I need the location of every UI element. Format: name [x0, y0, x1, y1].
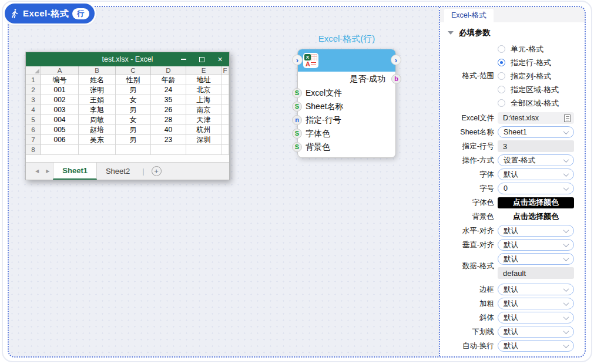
- cell[interactable]: [41, 145, 79, 155]
- flow-canvas[interactable]: test.xlsx - Excel × A B C D E F 1 编号 姓名: [9, 7, 439, 356]
- column-header[interactable]: A: [41, 66, 79, 75]
- port-string[interactable]: S: [292, 88, 302, 98]
- row-header[interactable]: 3: [26, 95, 41, 105]
- radio-range-format[interactable]: [498, 86, 505, 93]
- cell[interactable]: 男: [116, 135, 151, 145]
- radio-row-format[interactable]: [498, 59, 505, 66]
- row-header[interactable]: 2: [26, 85, 41, 95]
- column-header[interactable]: B: [79, 66, 116, 75]
- cell[interactable]: 26: [151, 105, 186, 115]
- italic-select[interactable]: 默认: [498, 312, 574, 323]
- cell[interactable]: 北京: [186, 85, 222, 95]
- cell[interactable]: [222, 95, 229, 105]
- operation-select[interactable]: 设置-格式: [498, 154, 574, 166]
- sheet-tab-sheet2[interactable]: Sheet2: [97, 163, 139, 180]
- cell[interactable]: 28: [151, 115, 186, 125]
- node-in-connector-icon[interactable]: ›: [292, 55, 303, 65]
- cell[interactable]: 24: [151, 85, 186, 95]
- column-header[interactable]: F: [222, 66, 229, 75]
- cell[interactable]: [151, 145, 186, 155]
- cell[interactable]: [222, 75, 229, 85]
- wrap-select[interactable]: 默认: [498, 340, 574, 352]
- data-format-input[interactable]: default: [498, 267, 574, 279]
- radio-all-format[interactable]: [498, 99, 505, 107]
- cell[interactable]: [222, 135, 229, 145]
- panel-tab-excel-format[interactable]: Excel-格式: [444, 9, 494, 22]
- row-header[interactable]: 7: [26, 135, 41, 145]
- cell[interactable]: 编号: [41, 75, 79, 85]
- cell[interactable]: [222, 115, 229, 125]
- cell[interactable]: 男: [116, 125, 151, 135]
- row-number-input[interactable]: 3: [498, 140, 574, 152]
- cell[interactable]: [222, 105, 229, 115]
- add-sheet-icon[interactable]: +: [152, 166, 162, 176]
- cell[interactable]: 001: [41, 85, 79, 95]
- cell[interactable]: 40: [151, 125, 186, 135]
- h-align-select[interactable]: 默认: [498, 225, 574, 237]
- underline-select[interactable]: 默认: [498, 326, 574, 338]
- font-size-select[interactable]: 0: [498, 183, 574, 194]
- spreadsheet-grid[interactable]: A B C D E F 1 编号 姓名 性别 年龄 地址 2 001 张明: [26, 66, 229, 155]
- cell[interactable]: 男: [116, 85, 151, 95]
- cell[interactable]: 王娟: [79, 95, 116, 105]
- row-header[interactable]: 1: [26, 75, 41, 85]
- cell[interactable]: 男: [116, 105, 151, 115]
- column-header[interactable]: D: [151, 66, 186, 75]
- cell[interactable]: 杭州: [186, 125, 222, 135]
- sheet-tab-sheet1[interactable]: Sheet1: [53, 163, 97, 180]
- section-required-params[interactable]: 必填参数: [448, 28, 585, 38]
- border-select[interactable]: 默认: [498, 284, 574, 295]
- prev-sheet-icon[interactable]: ◀: [32, 163, 42, 180]
- cell[interactable]: 女: [116, 115, 151, 125]
- select-all-corner[interactable]: [26, 66, 41, 75]
- cell[interactable]: 周敏: [79, 115, 116, 125]
- cell[interactable]: 赵培: [79, 125, 116, 135]
- cell[interactable]: 姓名: [79, 75, 116, 85]
- cell[interactable]: [79, 145, 116, 155]
- cell[interactable]: 李旭: [79, 105, 116, 115]
- excel-file-field[interactable]: D:\test.xlsx: [498, 112, 574, 124]
- node-out-connector-icon[interactable]: ›: [391, 55, 401, 65]
- cell[interactable]: 年龄: [151, 75, 186, 85]
- row-header[interactable]: 4: [26, 105, 41, 115]
- port-string[interactable]: S: [292, 129, 302, 139]
- cell[interactable]: [116, 145, 151, 155]
- cell[interactable]: 上海: [186, 95, 222, 105]
- data-format-select[interactable]: 默认: [498, 253, 574, 265]
- excel-format-node[interactable]: X A › › 是否-成功 b S Excel文件: [297, 49, 396, 158]
- minimize-icon[interactable]: [174, 52, 193, 66]
- cell[interactable]: [186, 145, 222, 155]
- bold-select[interactable]: 默认: [498, 298, 574, 309]
- cell[interactable]: 女: [116, 95, 151, 105]
- cell[interactable]: 深圳: [186, 135, 222, 145]
- cell[interactable]: 002: [41, 95, 79, 105]
- radio-cell-format[interactable]: [498, 45, 505, 53]
- row-header[interactable]: 6: [26, 125, 41, 135]
- cell[interactable]: 性别: [116, 75, 151, 85]
- cell[interactable]: 南京: [186, 105, 222, 115]
- cell[interactable]: 35: [151, 95, 186, 105]
- cell[interactable]: 004: [41, 115, 79, 125]
- v-align-select[interactable]: 默认: [498, 239, 574, 251]
- excel-titlebar[interactable]: test.xlsx - Excel ×: [26, 52, 229, 66]
- node-header[interactable]: X A › ›: [298, 49, 395, 72]
- port-string[interactable]: S: [292, 102, 302, 112]
- cell[interactable]: 003: [41, 105, 79, 115]
- maximize-icon[interactable]: [193, 52, 211, 66]
- column-header[interactable]: C: [116, 66, 151, 75]
- block-badge[interactable]: Excel-格式 行: [5, 4, 95, 23]
- cell[interactable]: 地址: [186, 75, 222, 85]
- cell[interactable]: 张明: [79, 85, 116, 95]
- cell[interactable]: 天津: [186, 115, 222, 125]
- collapse-triangle-icon[interactable]: [448, 31, 454, 35]
- cell[interactable]: 吴东: [79, 135, 116, 145]
- cell[interactable]: 006: [41, 135, 79, 145]
- row-header[interactable]: 5: [26, 115, 41, 125]
- cell[interactable]: 23: [151, 135, 186, 145]
- close-icon[interactable]: ×: [211, 52, 229, 66]
- row-header[interactable]: 8: [26, 145, 41, 155]
- sheet-name-select[interactable]: Sheet1: [498, 126, 574, 138]
- cell[interactable]: [222, 125, 229, 135]
- cell[interactable]: 005: [41, 125, 79, 135]
- port-bool[interactable]: b: [391, 74, 401, 84]
